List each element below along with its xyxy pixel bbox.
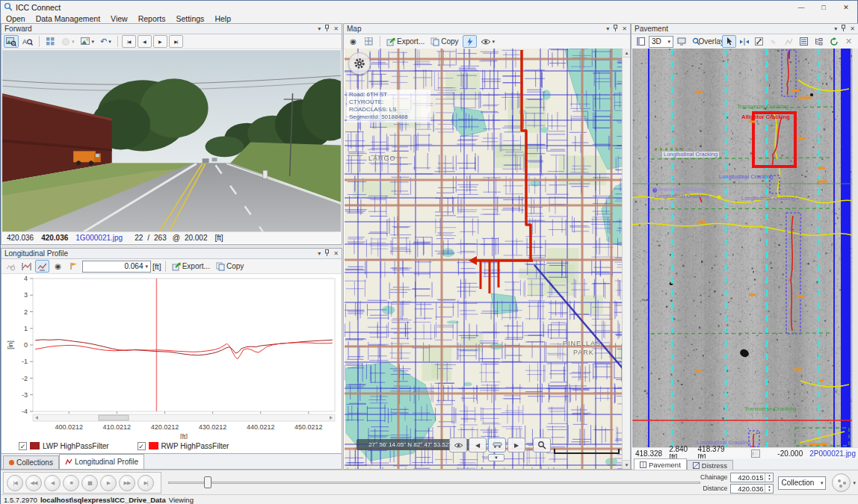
photo-view-button[interactable] [4, 35, 19, 48]
menu-data-management[interactable]: Data Management [31, 14, 105, 23]
legend-checkbox-0[interactable]: ✓ [19, 442, 27, 450]
pavement-grid-toggle-icon[interactable]: |:: [751, 449, 761, 458]
pavement-scroll-strip[interactable] [852, 49, 858, 447]
map-step-back-button[interactable]: ◀ [469, 438, 487, 452]
menu-settings[interactable]: Settings [170, 14, 209, 23]
distance-spinner[interactable]: ▲▼ [765, 485, 773, 493]
forward-menu-icon[interactable]: ▾ [318, 25, 321, 33]
chainage-field[interactable]: 420.015 ▲▼ [730, 473, 774, 482]
stop-button[interactable]: ■ [63, 475, 79, 491]
nav-last-button[interactable]: ▶| [169, 35, 183, 48]
forward-photo[interactable] [2, 50, 341, 232]
fast-forward-button[interactable]: ▶▶ [119, 475, 135, 491]
tab-longitudinal-profile[interactable]: Longitudinal Profile [59, 454, 144, 469]
menu-reports[interactable]: Reports [133, 14, 171, 23]
text-zoom-button[interactable]: A [20, 35, 35, 48]
forward-pin-icon[interactable] [324, 25, 330, 34]
menu-help[interactable]: Help [209, 14, 236, 23]
profile-scale-combo[interactable]: 0.064 ▾ [82, 261, 151, 273]
nav-first-button[interactable]: |◀ [122, 35, 136, 48]
pavement-overlay-button[interactable]: Overlay ▾ [704, 35, 721, 48]
profile-record-icon[interactable]: ◉ [51, 260, 65, 273]
legend-checkbox-1[interactable]: ✓ [138, 442, 146, 450]
map-follow-toggle[interactable] [463, 35, 477, 48]
map-tiles-icon[interactable] [362, 35, 376, 48]
undo-button[interactable]: ↶▾ [98, 35, 114, 48]
map-export-button[interactable]: Export... [384, 35, 427, 48]
pavement-pin-icon[interactable] [841, 25, 846, 34]
pavement-polyline-icon[interactable] [782, 35, 796, 48]
pavement-list-button[interactable] [797, 35, 811, 48]
close-button[interactable]: ✕ [835, 1, 857, 14]
map-area[interactable]: Road: 6TH STCTYROUTE:ROADCLASS: LSSegmen… [345, 49, 630, 469]
tab-pavement[interactable]: Pavement [634, 458, 687, 470]
map-nav-expand-button[interactable]: ▼ [488, 454, 504, 461]
minimize-button[interactable]: — [790, 1, 812, 14]
skip-start-button[interactable]: |◀ [7, 475, 23, 491]
map-target-icon[interactable]: ◉ [346, 35, 360, 48]
pavement-split-button[interactable] [737, 35, 751, 48]
mode-combo[interactable]: Collection ▾ [778, 476, 826, 490]
tab-distress[interactable]: Distress [687, 460, 733, 470]
profile-export-button[interactable]: Export... [170, 260, 212, 273]
map-settings-button[interactable] [348, 52, 371, 75]
profile-pin-icon[interactable] [324, 249, 330, 258]
pause-button[interactable]: ▮▮ [81, 475, 98, 491]
map-step-forward-button[interactable]: ▶ [507, 438, 525, 452]
map-vertical-scrollbar[interactable]: ▲ ▼ [622, 49, 630, 469]
pavement-pane-icon[interactable] [634, 35, 648, 48]
pavement-menu-icon[interactable]: ▾ [834, 25, 837, 33]
profile-fit-icon[interactable] [19, 260, 34, 273]
profile-menu-icon[interactable]: ▾ [318, 250, 321, 258]
collection-menu-button[interactable] [832, 473, 851, 492]
step-back-button[interactable]: ◀ [44, 475, 61, 491]
rewind-button[interactable]: ◀◀ [25, 475, 42, 491]
pavement-measure-icon[interactable]: ✎ [767, 35, 781, 48]
pavement-tree-button[interactable] [812, 35, 826, 48]
forward-filename-link[interactable]: 1G000021.jpg [75, 234, 123, 242]
play-button[interactable]: ▶ [100, 475, 117, 491]
skip-end-button[interactable]: ▶| [138, 475, 154, 491]
map-eye-button[interactable] [449, 438, 467, 452]
slider-thumb[interactable] [204, 476, 212, 488]
map-search-button[interactable] [533, 438, 551, 452]
slider-track[interactable] [168, 482, 700, 484]
maximize-button[interactable]: □ [812, 1, 835, 14]
pavement-filename-link[interactable]: 2P000021.jpg [809, 449, 856, 458]
nav-prev-button[interactable]: ◀ [138, 35, 152, 48]
pavement-view-mode-combo[interactable]: 3D ▾ [649, 36, 673, 48]
scroll-up-icon[interactable]: ▲ [623, 49, 630, 57]
pavement-resize-button[interactable] [752, 35, 766, 48]
map-copy-button[interactable]: Copy [428, 35, 460, 48]
chainage-value[interactable]: 420.015 [731, 473, 765, 482]
distance-field[interactable]: 420.036 ▲▼ [730, 484, 774, 494]
map-visibility-button[interactable]: ▾ [478, 35, 498, 48]
pavement-screen-icon[interactable] [674, 35, 688, 48]
profile-copy-button[interactable]: Copy [214, 260, 246, 273]
map-close-icon[interactable]: ✕ [622, 25, 627, 33]
scroll-down-icon[interactable]: ▼ [623, 460, 630, 469]
nav-next-button[interactable]: ▶ [153, 35, 167, 48]
pavement-clear-button[interactable]: ✕ [842, 35, 856, 48]
chainage-spinner[interactable]: ▲▼ [765, 473, 773, 482]
profile-close-icon[interactable]: ✕ [333, 250, 339, 258]
menu-view[interactable]: View [105, 14, 133, 23]
map-pin-icon[interactable] [613, 25, 618, 34]
profile-flag-icon[interactable] [67, 260, 81, 273]
pavement-cursor-button[interactable] [722, 35, 736, 48]
forward-close-icon[interactable]: ✕ [333, 25, 339, 33]
tile-view-button[interactable] [43, 35, 58, 48]
rotate-view-button[interactable]: ▾ [59, 35, 77, 48]
profile-zoom-icon[interactable] [4, 260, 18, 273]
map-menu-icon[interactable]: ▾ [606, 25, 609, 33]
pavement-close-icon[interactable]: ✕ [850, 25, 855, 33]
profile-pan-button[interactable] [35, 260, 49, 273]
collection-menu-arrow[interactable]: ▾ [853, 480, 856, 486]
distance-value[interactable]: 420.036 [731, 485, 765, 493]
map-vehicle-button[interactable] [488, 438, 506, 452]
image-adjust-button[interactable]: ▾ [78, 35, 97, 48]
menu-open[interactable]: Open [1, 14, 31, 23]
profile-chart[interactable]: -4-3-2-101234400.0212410.0212420.0212430… [3, 276, 340, 441]
tab-collections[interactable]: Collections [3, 455, 59, 469]
pavement-image[interactable]: Transverse CrackingAlligator CrackingLon… [632, 49, 853, 447]
